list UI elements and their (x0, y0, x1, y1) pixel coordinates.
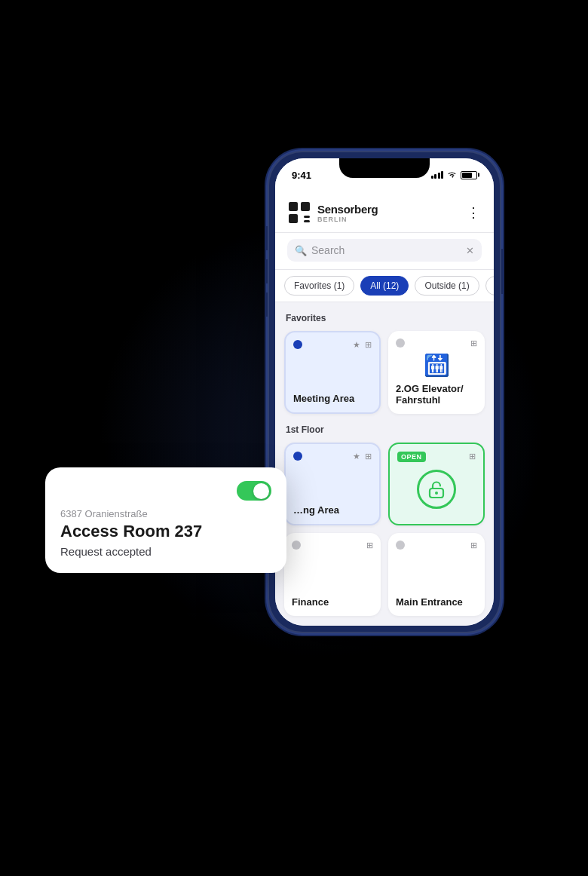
section-label-favorites: Favorites (286, 313, 485, 323)
phone-notch (339, 158, 430, 178)
app-logo-area: Sensorberg BERLIN (287, 201, 378, 225)
more-button[interactable]: ⋮ (467, 206, 482, 219)
unlock-icon-circle (417, 470, 456, 509)
app-header: Sensorberg BERLIN ⋮ (275, 191, 494, 233)
star-icon-2: ★ (353, 452, 360, 461)
card-top-row-2: ⊞ (396, 338, 477, 348)
card-top-row-6: ⊞ (396, 541, 477, 550)
card-label-main-entrance: Main Entrance (396, 596, 477, 608)
card-elevator[interactable]: ⊞ 🛗 2.OG Elevator/ Fahrstuhl (388, 331, 485, 414)
card-top-icons: ★ ⊞ (353, 340, 372, 350)
card-main-entrance[interactable]: ⊞ Main Entrance (388, 533, 485, 616)
svg-rect-3 (304, 216, 310, 218)
search-placeholder: Search (311, 244, 461, 256)
status-dot-blue-2 (293, 452, 302, 461)
card-top-icons-6: ⊞ (470, 541, 477, 550)
status-dot-gray-2 (292, 541, 301, 550)
status-dot-gray-3 (396, 541, 405, 550)
status-dot-blue (293, 340, 302, 349)
star-icon: ★ (353, 340, 360, 350)
notif-address: 6387 Oranienstraße (60, 508, 271, 519)
search-bar: 🔍 Search ✕ (275, 233, 494, 270)
grid-icon-2: ⊞ (470, 338, 477, 348)
card-meeting-area-2[interactable]: ★ ⊞ …ng Area (284, 443, 381, 525)
status-icons (431, 170, 478, 180)
search-input-wrap[interactable]: 🔍 Search ✕ (287, 239, 482, 262)
battery-icon (461, 171, 477, 179)
card-top-icons-2: ⊞ (470, 338, 477, 348)
wifi-icon (447, 170, 457, 180)
svg-point-6 (435, 492, 438, 495)
grid-icon-5: ⊞ (366, 541, 373, 550)
sensorberg-logo-icon (287, 201, 311, 225)
toggle-thumb (253, 483, 269, 499)
card-center (397, 462, 476, 516)
grid-icon: ⊞ (365, 340, 372, 350)
search-icon: 🔍 (295, 245, 307, 256)
notif-toggle-row (60, 481, 271, 501)
unlock-icon (426, 479, 447, 500)
scene: 9:41 (0, 0, 588, 876)
chip-all[interactable]: All (12) (360, 276, 409, 296)
status-dot-gray (396, 338, 405, 348)
card-meeting-area[interactable]: ★ ⊞ Meeting Area (284, 331, 381, 414)
svg-rect-0 (289, 202, 298, 211)
elevator-icon: 🛗 (424, 353, 450, 378)
card-open-room[interactable]: OPEN ⊞ (388, 443, 485, 525)
open-badge: OPEN (397, 452, 426, 462)
notif-title: Access Room 237 (60, 522, 271, 541)
card-label-meeting-area: Meeting Area (293, 393, 372, 405)
svg-rect-1 (301, 202, 310, 211)
card-top-row-5: ⊞ (292, 541, 373, 550)
card-top-icons-5: ⊞ (366, 541, 373, 550)
phone-frame: 9:41 (268, 151, 501, 633)
favorites-grid: ★ ⊞ Meeting Area (284, 331, 485, 414)
svg-rect-4 (304, 220, 310, 222)
chip-favorites[interactable]: Favorites (1) (284, 276, 354, 296)
app-brand-subtitle: BERLIN (317, 216, 378, 223)
app-brand-name: Sensorberg (317, 203, 378, 216)
chip-outside[interactable]: Outside (1) (415, 276, 479, 296)
card-finance[interactable]: ⊞ Finance (284, 533, 381, 616)
svg-rect-2 (289, 214, 298, 223)
signal-icon (431, 171, 444, 179)
app-title-area: Sensorberg BERLIN (317, 203, 378, 223)
card-top-row-4: OPEN ⊞ (397, 452, 476, 462)
card-label-elevator: 2.OG Elevator/ Fahrstuhl (396, 383, 477, 406)
scroll-content[interactable]: Favorites ★ ⊞ Me (275, 302, 494, 623)
grid-icon-4: ⊞ (469, 452, 476, 461)
card-top-row-3: ★ ⊞ (293, 452, 372, 461)
grid-icon-3: ⊞ (365, 452, 372, 461)
app-content: Sensorberg BERLIN ⋮ 🔍 Search ✕ (275, 191, 494, 626)
notification-card: 6387 Oranienstraße Access Room 237 Reque… (45, 467, 286, 573)
card-label-finance: Finance (292, 596, 373, 608)
card-label-meeting-area-2: …ng Area (293, 504, 372, 516)
notif-status: Request accepted (60, 545, 271, 558)
filter-chips: Favorites (1) All (12) Outside (1) Groun… (275, 270, 494, 302)
grid-icon-6: ⊞ (470, 541, 477, 550)
first-floor-grid: ★ ⊞ …ng Area OPEN (284, 443, 485, 616)
phone-screen: 9:41 (275, 158, 494, 626)
section-label-1st-floor: 1st Floor (286, 424, 485, 435)
toggle-switch[interactable] (237, 481, 271, 501)
status-time: 9:41 (292, 170, 311, 181)
chip-ground[interactable]: Groun… (485, 276, 494, 296)
card-top-row: ★ ⊞ (293, 340, 372, 350)
card-top-icons-3: ★ ⊞ (353, 452, 372, 461)
search-clear-icon[interactable]: ✕ (466, 245, 474, 256)
card-top-icons-4: ⊞ (469, 452, 476, 461)
